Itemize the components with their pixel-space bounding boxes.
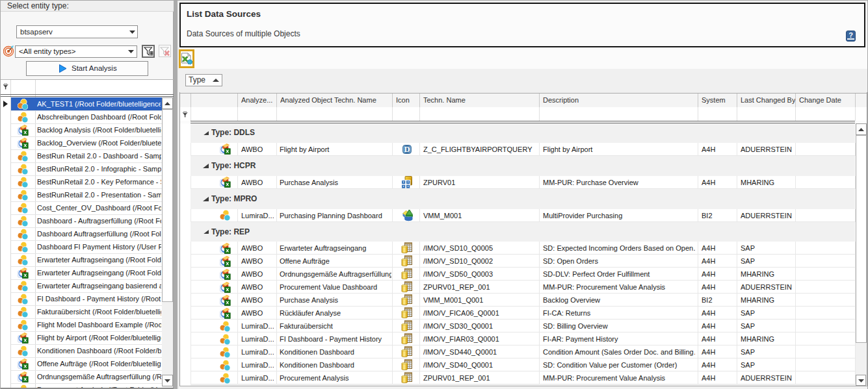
svg-text:?: ?	[848, 31, 853, 39]
svg-text:D: D	[404, 145, 410, 154]
